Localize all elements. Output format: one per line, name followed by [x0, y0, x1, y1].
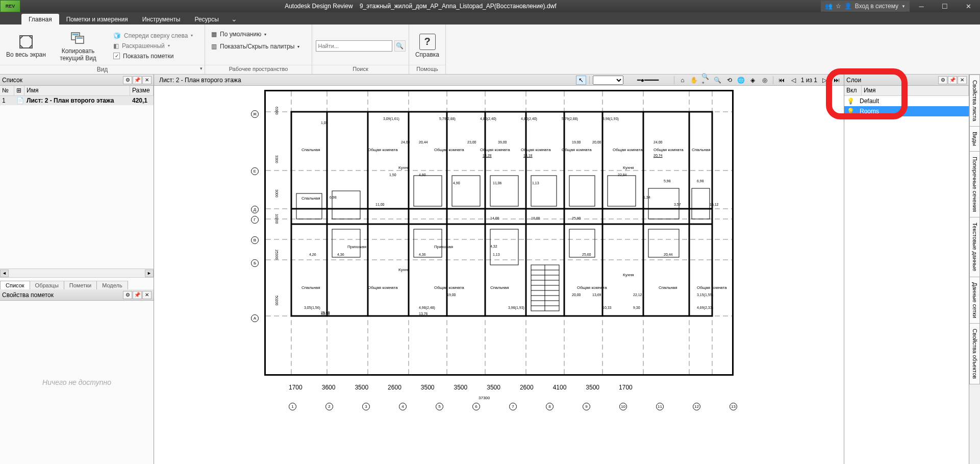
layer-row[interactable]: 💡Rooms	[844, 106, 969, 116]
minimize-button[interactable]: ─	[910, 0, 933, 12]
tab-tools[interactable]: Инструменты	[135, 14, 188, 25]
zoom-window-button[interactable]: 🔍	[713, 76, 723, 85]
dimension-label: 23,00	[467, 140, 476, 144]
btab-markups[interactable]: Пометки	[64, 281, 97, 289]
tab-main[interactable]: Главная	[21, 14, 59, 25]
dimension-label: 3000	[275, 189, 279, 198]
dimension-label: 4100	[553, 384, 567, 391]
side-tab[interactable]: Поперечные сечения	[969, 151, 980, 217]
panel-pin-icon[interactable]: 📌	[133, 76, 142, 84]
steering-button[interactable]: ◎	[760, 76, 770, 85]
dimension-label: 14,00	[490, 216, 499, 220]
side-tab[interactable]: Данные сетки	[969, 277, 980, 324]
btab-thumbs[interactable]: Образцы	[30, 281, 64, 289]
side-tab[interactable]: Текстовые данные	[969, 217, 980, 277]
room-label: Спальная	[692, 148, 711, 152]
fullscreen-button[interactable]: Во весь экран	[3, 33, 49, 59]
layers-close-icon[interactable]: ✕	[958, 76, 967, 84]
layers-options-icon[interactable]: ⚙	[938, 76, 947, 84]
binoculars-icon: 🔍	[396, 42, 404, 50]
home-view-button[interactable]: ⌂	[677, 76, 688, 85]
room-label: Прихожая	[434, 245, 453, 249]
layers-col-on[interactable]: Вкл	[844, 86, 862, 95]
dimension-label: 4,90	[419, 173, 426, 177]
btab-model[interactable]: Модель	[96, 281, 128, 289]
list-header: № ⊞ Имя Разме	[0, 86, 154, 96]
dimension-label: 3500	[586, 384, 599, 391]
col-size[interactable]: Разме	[130, 86, 154, 95]
layers-panel-header: Слои ⚙ 📌 ✕	[844, 75, 969, 86]
orbit-button[interactable]: 🌐	[736, 76, 746, 85]
grid-bubble: 13	[730, 403, 737, 410]
tab-markups[interactable]: Пометки и измерения	[59, 14, 135, 25]
search-input[interactable]	[316, 40, 392, 52]
col-icon[interactable]: ⊞	[14, 86, 24, 95]
dimension-label: 10,10	[321, 312, 330, 315]
maximize-button[interactable]: ☐	[933, 0, 957, 12]
cube-icon: 🧊	[113, 32, 121, 39]
room-label: Кухня	[398, 267, 409, 272]
close-button[interactable]: ✕	[957, 0, 980, 12]
layer-name: Default	[857, 97, 879, 105]
zoom-select[interactable]	[593, 76, 623, 85]
svg-rect-46	[692, 188, 710, 219]
help-button[interactable]: ? Справка	[412, 33, 442, 59]
quick-collapse[interactable]: ⌄	[226, 13, 242, 25]
scroll-left-icon[interactable]: ◄	[0, 270, 9, 277]
help-label: Справка	[415, 51, 439, 58]
workspace-default[interactable]: ▦По умолчанию▾	[208, 30, 269, 39]
zoom-slider[interactable]: ━●━━━━	[625, 76, 671, 85]
scroll-right-icon[interactable]: ►	[145, 270, 154, 277]
dimension-label: 20,44	[664, 253, 673, 256]
workspace-palettes[interactable]: ▥Показать/Скрыть палитры▾	[208, 42, 303, 51]
walk-button[interactable]: ◈	[748, 76, 758, 85]
layers-col-name[interactable]: Имя	[862, 86, 969, 95]
select-tool[interactable]: ↖	[576, 76, 586, 85]
rotate-button[interactable]: ⟲	[724, 76, 735, 85]
lightbulb-icon[interactable]: 💡	[844, 108, 857, 115]
copy-view-icon	[70, 30, 86, 46]
search-button[interactable]: 🔍	[394, 40, 406, 52]
panel-options-icon[interactable]: ⚙	[123, 76, 132, 84]
view-shaded[interactable]: ◧Раскрашенный▾	[110, 41, 196, 51]
last-page-button[interactable]: ⏭	[832, 76, 842, 85]
layers-list: 💡Default💡Rooms	[844, 96, 969, 116]
zoom-in-button[interactable]: 🔍⁺	[701, 76, 711, 85]
dimension-label: 1,50	[389, 173, 396, 177]
col-name[interactable]: Имя	[24, 86, 130, 95]
side-tab[interactable]: Свойства листа	[969, 75, 980, 127]
dimension-label: 11,06	[493, 181, 502, 185]
markup-pin-icon[interactable]: 📌	[133, 291, 142, 299]
pan-button[interactable]: ✋	[689, 76, 699, 85]
tab-resources[interactable]: Ресурсы	[187, 14, 225, 25]
login-button[interactable]: 👥 ☆ 👤 Вход в систему ▼	[821, 1, 910, 12]
app-name: Autodesk Design Review	[285, 3, 353, 10]
canvas-viewport[interactable]: ЖЕДГВБА 12345678910111213	[154, 86, 844, 464]
panel-close-icon[interactable]: ✕	[142, 76, 152, 84]
first-page-button[interactable]: ⏮	[776, 76, 787, 85]
next-page-button[interactable]: ▷	[819, 76, 830, 85]
layers-pin-icon[interactable]: 📌	[948, 76, 957, 84]
group-workspace-label: Рабочее пространство	[205, 65, 312, 74]
markup-close-icon[interactable]: ✕	[142, 291, 152, 299]
row-size: 420,1	[130, 96, 154, 105]
markup-options-icon[interactable]: ⚙	[123, 291, 132, 299]
dimension-label: 11,00	[375, 203, 385, 206]
prev-page-button[interactable]: ◁	[789, 76, 799, 85]
copy-view-button[interactable]: Копировать текущий Вид	[50, 29, 106, 63]
col-num[interactable]: №	[0, 86, 14, 95]
show-markups-check[interactable]: ✓Показать пометки	[110, 52, 196, 61]
list-row[interactable]: 1 📄 Лист: 2 - План второго этажа 420,1	[0, 96, 154, 105]
view-front-top-left[interactable]: 🧊Спереди сверху слева▾	[110, 31, 196, 40]
side-tab[interactable]: Виды	[969, 126, 980, 152]
side-tab[interactable]: Свойства объектов	[969, 323, 980, 384]
lightbulb-icon[interactable]: 💡	[844, 97, 857, 105]
btab-list[interactable]: Список	[0, 281, 30, 289]
room-label: Общая комната	[613, 148, 643, 152]
floor-plan-drawing: СпальнаяОбщая комнатаОбщая комнатаОбщая …	[264, 90, 734, 376]
list-hscroll[interactable]: ◄ ►	[0, 268, 154, 277]
grid-bubble: Г	[251, 216, 259, 224]
group-search-label: Поиск	[312, 65, 409, 74]
dimension-label: 9,30	[633, 306, 640, 309]
layer-row[interactable]: 💡Default	[844, 96, 969, 106]
